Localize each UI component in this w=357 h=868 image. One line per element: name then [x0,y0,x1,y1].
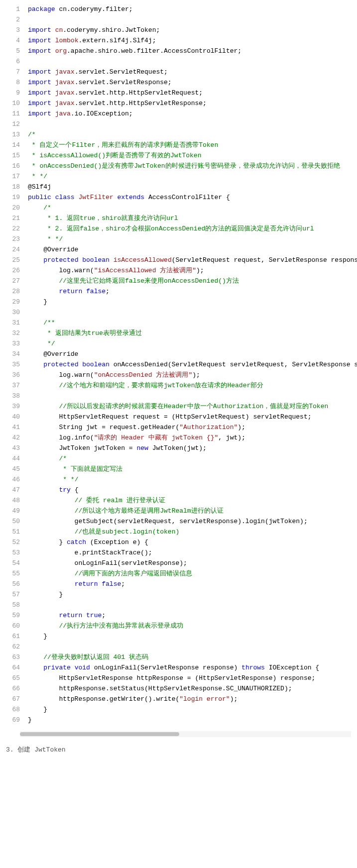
code-line: * isAccessAllowed()判断是否携带了有效的JwtToken [28,150,357,161]
code-line: import javax.servlet.http.HttpServletReq… [28,88,357,98]
code-line: * 自定义一个Filter，用来拦截所有的请求判断是否携带Token [28,140,357,150]
line-number: 56 [0,579,20,589]
line-number: 52 [0,537,20,547]
code-line: * onAccessDenied()是没有携带JwtToken的时候进行账号密码… [28,161,357,171]
code-line: /* [28,129,357,140]
code-block: 1234567891011121314151617181920212223242… [0,0,357,737]
code-line [28,391,357,401]
code-line: package cn.coderymy.filter; [28,4,357,14]
line-number: 38 [0,391,20,401]
code-line: } catch (Exception e) { [28,537,357,547]
line-number: 23 [0,234,20,244]
code-line: import java.io.IOException; [28,108,357,119]
code-area[interactable]: package cn.coderymy.filter; import cn.co… [24,0,357,729]
code-line: private void onLoginFail(ServletResponse… [28,662,357,673]
line-number: 1 [0,4,20,14]
line-number: 51 [0,527,20,537]
line-number: 33 [0,338,20,349]
line-number: 13 [0,129,20,140]
line-number: 64 [0,662,20,673]
code-line: return false; [28,286,357,297]
code-line [28,642,357,652]
line-number: 36 [0,370,20,380]
line-number: 2 [0,14,20,25]
code-line: // 委托 realm 进行登录认证 [28,495,357,506]
scrollbar-thumb[interactable] [20,732,179,736]
code-line: //这里先让它始终返回false来使用onAccessDenied()方法 [28,276,357,286]
code-inner: 1234567891011121314151617181920212223242… [0,0,357,729]
code-line: } [28,704,357,715]
code-line: //也就是subject.login(token) [28,527,357,537]
line-number: 35 [0,359,20,370]
line-number: 24 [0,244,20,255]
code-line: import javax.servlet.ServletRequest; [28,67,357,77]
code-line: * 1. 返回true，shiro就直接允许访问url [28,213,357,223]
code-line: JwtToken jwtToken = new JwtToken(jwt); [28,443,357,453]
line-number: 17 [0,171,20,182]
code-line: //执行方法中没有抛出异常就表示登录成功 [28,621,357,631]
line-number: 59 [0,610,20,621]
line-number: 31 [0,318,20,328]
code-line: onLoginFail(servletResponse); [28,558,357,568]
code-line: log.warn("onAccessDenied 方法被调用"); [28,370,357,380]
code-line: } [28,715,357,725]
code-line: protected boolean isAccessAllowed(Servle… [28,255,357,265]
code-line: import cn.coderymy.shiro.JwtToken; [28,25,357,35]
line-number: 25 [0,255,20,265]
code-line: //登录失败时默认返回 401 状态码 [28,652,357,662]
code-line: * */ [28,171,357,182]
code-line: HttpServletRequest request = (HttpServle… [28,412,357,422]
code-line: @Override [28,349,357,359]
code-line: import javax.servlet.ServletResponse; [28,77,357,88]
line-number: 4 [0,35,20,46]
line-number-gutter: 1234567891011121314151617181920212223242… [0,0,24,729]
line-number: 15 [0,150,20,161]
code-line: /** [28,318,357,328]
code-line: getSubject(servletRequest, servletRespon… [28,516,357,527]
code-line: /* [28,203,357,213]
code-line: httpResponse.getWriter().write("login er… [28,694,357,704]
line-number: 45 [0,464,20,474]
code-line: * */ [28,474,357,485]
code-line: return false; [28,579,357,589]
line-number: 16 [0,161,20,171]
line-number: 69 [0,715,20,725]
code-line: } [28,589,357,600]
code-line: import lombok.extern.slf4j.Slf4j; [28,35,357,46]
line-number: 34 [0,349,20,359]
horizontal-scrollbar[interactable] [20,731,351,737]
code-line: //调用下面的方法向客户端返回错误信息 [28,568,357,579]
line-number: 42 [0,433,20,443]
code-line: public class JwtFilter extends AccessCon… [28,192,357,203]
line-number: 43 [0,443,20,453]
line-number: 27 [0,276,20,286]
line-number: 5 [0,46,20,56]
line-number: 61 [0,631,20,642]
code-line: //所以这个地方最终还是调用JwtRealm进行的认证 [28,506,357,516]
code-line: */ [28,338,357,349]
line-number: 44 [0,453,20,464]
code-line: @Slf4j [28,182,357,192]
line-number: 6 [0,56,20,67]
line-number: 14 [0,140,20,150]
code-line [28,119,357,129]
line-number: 18 [0,182,20,192]
line-number: 58 [0,600,20,610]
code-line: String jwt = request.getHeader("Authoriz… [28,422,357,433]
code-line: HttpServletResponse httpResponse = (Http… [28,673,357,683]
code-line: httpResponse.setStatus(HttpServletRespon… [28,683,357,694]
footer-heading: 3. 创建 JwtToken [0,737,357,754]
line-number: 7 [0,67,20,77]
line-number: 68 [0,704,20,715]
line-number: 20 [0,203,20,213]
code-line: //所以以后发起请求的时候就需要在Header中放一个Authorization… [28,401,357,412]
line-number: 47 [0,485,20,495]
line-number: 9 [0,88,20,98]
code-line: return true; [28,610,357,621]
line-number: 29 [0,297,20,307]
line-number: 28 [0,286,20,297]
code-line [28,600,357,610]
code-line: * 2. 返回false，shiro才会根据onAccessDenied的方法的… [28,223,357,234]
code-line: import javax.servlet.http.HttpServletRes… [28,98,357,108]
code-line: * 返回结果为true表明登录通过 [28,328,357,338]
